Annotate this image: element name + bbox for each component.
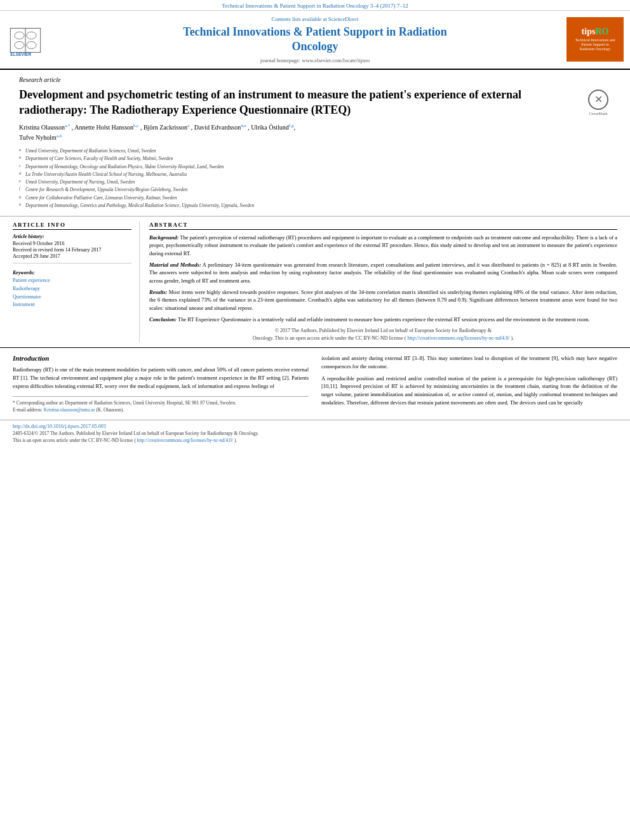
- background-label: Background:: [149, 234, 178, 241]
- abstract-conclusion: Conclusion: The RT Experience Questionna…: [149, 316, 617, 323]
- cc-license-link[interactable]: http://creativecommons.org/licenses/by-n…: [407, 335, 509, 341]
- keyword-3: Questionnaire: [13, 293, 131, 302]
- footnote-email: E-mail address: Kristina.olausson@umu.se…: [13, 407, 309, 414]
- keyword-4: Instrument: [13, 301, 131, 309]
- info-abstract-section: Article Info Article history: Received 9…: [0, 217, 630, 347]
- body-section: Introduction Radiotherapy (RT) is one of…: [0, 347, 630, 420]
- tipsro-description: Technical Innovations andPatient Support…: [575, 38, 615, 52]
- crossmark-area[interactable]: ✕ CrossMark: [586, 90, 611, 116]
- affil-h-sup: h: [19, 202, 25, 209]
- oa-end: ).: [234, 437, 237, 443]
- keyword-1: Patient experience: [13, 277, 131, 285]
- svg-point-4: [15, 41, 24, 48]
- article-type: Research article: [19, 76, 611, 83]
- affil-b-text: Department of Care Sciences, Faculty of …: [25, 155, 173, 162]
- article-title-text: Development and psychometric testing of …: [19, 88, 521, 116]
- affil-g-text: Centre for Collaborative Palliative Care…: [25, 194, 177, 201]
- keyword-2: Radiotherapy: [13, 285, 131, 293]
- crossmark-icon: ✕: [588, 90, 608, 110]
- author7-name: Tufve Nyholm: [19, 134, 57, 141]
- author3-name: , Björn Zackrisson: [140, 124, 187, 131]
- accepted-date: Accepted 29 June 2017: [13, 253, 131, 259]
- issn-text: 2405-6324/© 2017 The Authors. Published …: [13, 430, 617, 437]
- journal-title: Technical Innovations & Patient Support …: [83, 25, 547, 55]
- intro-para-right1: isolation and anxiety during external RT…: [321, 354, 617, 371]
- contents-line: Contents lists available at ScienceDirec…: [83, 16, 547, 22]
- issn-text-content: 2405-6324/© 2017 The Authors. Published …: [13, 430, 258, 436]
- affil-h-text: Department of Immunology, Genetics and P…: [25, 202, 254, 209]
- journal-citation: Technical Innovations & Patient Support …: [0, 0, 630, 11]
- crossmark-label: CrossMark: [589, 111, 608, 116]
- journal-homepage: journal homepage: www.elsevier.com/locat…: [83, 57, 547, 63]
- affil-g-sup: g: [19, 194, 25, 201]
- received-date: Received 9 October 2016: [13, 241, 131, 246]
- article-type-label: Research article: [19, 76, 60, 83]
- affil-d: d La Trobe University/Austin Health Clin…: [19, 171, 611, 178]
- affil-e-text: Umeå University, Department of Nursing, …: [25, 178, 135, 185]
- tipsro-logo: tipsRO: [582, 27, 609, 36]
- svg-point-2: [15, 32, 24, 39]
- abstract-background: Background: The patient's perception of …: [149, 234, 617, 257]
- affiliations-list: a Umeå University, Department of Radiati…: [19, 147, 611, 209]
- author4-sup: d,e: [241, 123, 246, 128]
- intro-para-right2-text: A reproducible position and restricted a…: [321, 375, 617, 406]
- conclusion-text: The RT Experience Questionnaire is a ten…: [178, 316, 590, 323]
- affil-h: h Department of Immunology, Genetics and…: [19, 202, 611, 209]
- author1-sup: a,*: [65, 123, 70, 128]
- svg-point-3: [27, 32, 36, 39]
- info-divider: [13, 263, 131, 263]
- history-label: Article history:: [13, 234, 131, 239]
- abstract-copyright: © 2017 The Authors. Published by Elsevie…: [149, 327, 617, 342]
- tips-text: tips: [582, 27, 596, 36]
- footnote-email-end: (K. Olausson).: [96, 407, 124, 413]
- abstract-results: Results: Most items were highly skewed t…: [149, 288, 617, 312]
- affil-d-sup: d: [19, 171, 25, 178]
- article-title-row: Development and psychometric testing of …: [19, 87, 611, 118]
- footnote-email-label: E-mail address:: [13, 407, 44, 413]
- svg-point-5: [27, 41, 36, 48]
- footnote-email-link[interactable]: Kristina.olausson@umu.se: [44, 407, 95, 413]
- keywords-label: Keywords:: [13, 270, 131, 276]
- results-text: Most items were highly skewed towards po…: [149, 289, 617, 311]
- introduction-heading: Introduction: [13, 354, 309, 362]
- methods-text: A preliminary 34-item questionnaire was …: [149, 262, 617, 284]
- journal-title-line2: Oncology: [292, 40, 338, 53]
- affil-e-sup: e: [19, 178, 25, 185]
- author2-sup: b,c: [133, 123, 138, 128]
- intro-para1: Radiotherapy (RT) is one of the main tre…: [13, 366, 309, 390]
- results-label: Results:: [149, 289, 167, 295]
- body-right-col: isolation and anxiety during external RT…: [321, 354, 617, 413]
- affil-b-sup: b: [19, 155, 25, 162]
- journal-header: ELSEVIER Contents lists available at Sci…: [0, 11, 630, 70]
- affil-a-text: Umeå University, Department of Radiation…: [25, 147, 156, 154]
- journal-info: Contents lists available at ScienceDirec…: [76, 16, 554, 63]
- contents-label: Contents lists available at: [272, 16, 328, 22]
- intro-para1-text: Radiotherapy (RT) is one of the main tre…: [13, 366, 309, 389]
- authors-line: Kristina Olaussona,* , Annette Holst Han…: [19, 123, 611, 142]
- affil-a: a Umeå University, Department of Radiati…: [19, 147, 611, 154]
- body-left-col: Introduction Radiotherapy (RT) is one of…: [13, 354, 309, 413]
- author7-sup: a,h: [57, 133, 62, 138]
- footnote-star: * Corresponding author at: Department of…: [13, 400, 309, 407]
- affil-g: g Centre for Collaborative Palliative Ca…: [19, 194, 611, 201]
- affil-f-sup: f: [19, 186, 25, 193]
- copyright-text2: Oncology. This is an open access article…: [253, 335, 406, 341]
- sciencedirect-link[interactable]: ScienceDirect: [328, 16, 359, 22]
- svg-text:ELSEVIER: ELSEVIER: [10, 52, 31, 57]
- author2-name: , Annette Holst Hansson: [72, 124, 133, 131]
- copyright-text1: © 2017 The Authors. Published by Elsevie…: [275, 328, 492, 333]
- homepage-label: journal homepage: www.elsevier.com/locat…: [260, 57, 370, 63]
- article-header-section: Research article Development and psychom…: [0, 70, 630, 217]
- elsevier-logo-area: ELSEVIER: [6, 22, 76, 57]
- abstract-methods: Material and Methods: A preliminary 34-i…: [149, 261, 617, 284]
- doi-link[interactable]: http://dx.doi.org/10.1016/j.tipsro.2017.…: [13, 423, 617, 429]
- oa-license-link[interactable]: http://creativecommons.org/licenses/by-n…: [137, 437, 233, 443]
- affil-d-text: La Trobe University/Austin Health Clinic…: [25, 171, 187, 178]
- abstract-col: Abstract Background: The patient's perce…: [149, 222, 617, 342]
- author3-sup: a: [187, 123, 189, 128]
- elsevier-tree-icon: ELSEVIER: [6, 22, 44, 57]
- affil-a-sup: a: [19, 147, 25, 154]
- copyright-end: ).: [511, 335, 514, 341]
- ro-text: RO: [595, 27, 608, 36]
- article-main-title: Development and psychometric testing of …: [19, 87, 579, 118]
